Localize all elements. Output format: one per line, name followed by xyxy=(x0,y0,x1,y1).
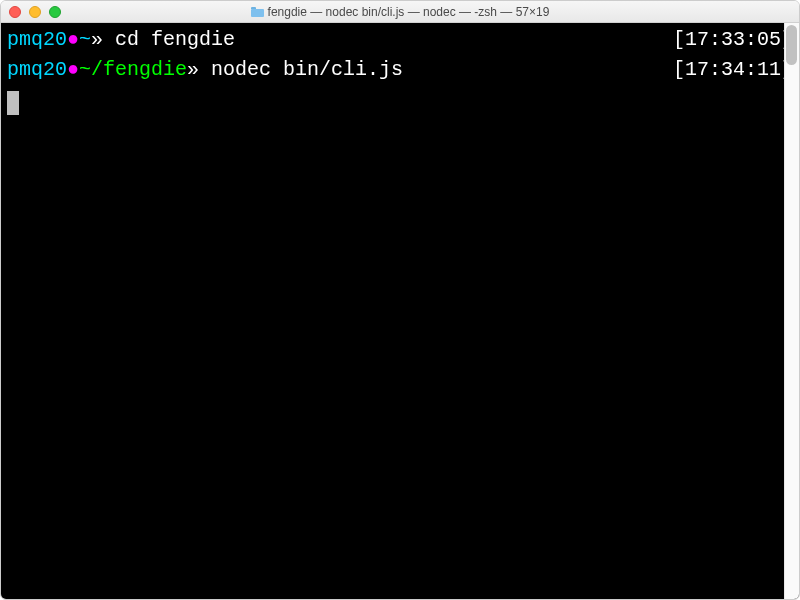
command-text: nodec bin/cli.js xyxy=(211,55,403,85)
maximize-icon[interactable] xyxy=(49,6,61,18)
command-text xyxy=(103,25,115,55)
titlebar[interactable]: fengdie — nodec bin/cli.js — nodec — -zs… xyxy=(1,1,799,23)
window-title-text: fengdie — nodec bin/cli.js — nodec — -zs… xyxy=(268,5,550,19)
prompt-user: pmq20 xyxy=(7,25,67,55)
prompt-path: ~/fengdie xyxy=(79,55,187,85)
scrollbar-track[interactable] xyxy=(784,23,799,599)
prompt-path: ~ xyxy=(79,25,91,55)
terminal-line: pmq20●~/fengdie» nodec bin/cli.js [17:34… xyxy=(7,55,793,85)
prompt-dot: ● xyxy=(67,25,79,55)
cursor-line xyxy=(7,85,793,115)
scrollbar-thumb[interactable] xyxy=(786,25,797,65)
prompt-user: pmq20 xyxy=(7,55,67,85)
prompt-arrow: » xyxy=(187,55,199,85)
traffic-lights xyxy=(9,6,61,18)
command-text xyxy=(199,55,211,85)
cursor xyxy=(7,91,19,115)
prompt-dot: ● xyxy=(67,55,79,85)
close-icon[interactable] xyxy=(9,6,21,18)
minimize-icon[interactable] xyxy=(29,6,41,18)
prompt: pmq20●~» cd fengdie xyxy=(7,25,235,55)
timestamp: [17:34:11] xyxy=(673,55,793,85)
command-text: cd fengdie xyxy=(115,25,235,55)
terminal-line: pmq20●~» cd fengdie [17:33:05] xyxy=(7,25,793,55)
window-title: fengdie — nodec bin/cli.js — nodec — -zs… xyxy=(1,5,799,19)
prompt-arrow: » xyxy=(91,25,103,55)
timestamp: [17:33:05] xyxy=(673,25,793,55)
terminal-body[interactable]: pmq20●~» cd fengdie [17:33:05] pmq20●~/f… xyxy=(1,23,799,599)
terminal-window: fengdie — nodec bin/cli.js — nodec — -zs… xyxy=(0,0,800,600)
folder-icon xyxy=(251,7,264,17)
prompt: pmq20●~/fengdie» nodec bin/cli.js xyxy=(7,55,403,85)
